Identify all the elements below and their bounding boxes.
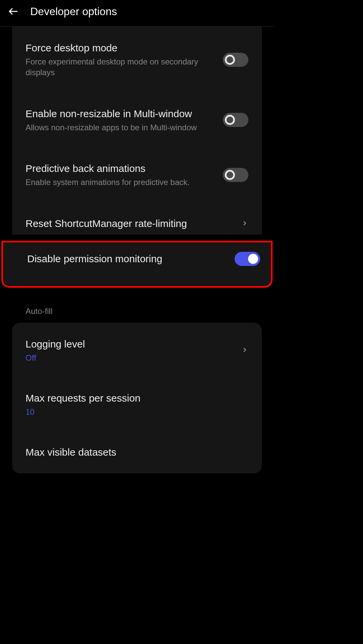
chevron-right-icon <box>241 346 248 354</box>
setting-max-visible-datasets[interactable]: Max visible datasets <box>26 440 248 459</box>
setting-disable-permission-monitoring[interactable]: Disable permission monitoring <box>27 252 260 266</box>
setting-title: Reset ShortcutManager rate-limiting <box>26 217 234 230</box>
setting-text: Force desktop mode Force experimental de… <box>26 41 216 78</box>
header: Developer options <box>0 0 274 26</box>
toggle-non-resizable-multi-window[interactable] <box>223 113 248 127</box>
highlighted-setting: Disable permission monitoring <box>1 241 273 288</box>
setting-text: Max visible datasets <box>26 446 248 459</box>
section-label-autofill: Auto-fill <box>0 307 274 316</box>
setting-text: Predictive back animations Enable system… <box>26 162 216 188</box>
setting-title: Force desktop mode <box>26 41 216 54</box>
settings-group-1: Force desktop mode Force experimental de… <box>12 27 262 235</box>
setting-reset-shortcutmanager[interactable]: Reset ShortcutManager rate-limiting <box>26 211 248 230</box>
arrow-left-icon <box>7 5 19 17</box>
chevron-right-icon <box>241 220 248 227</box>
setting-text: Disable permission monitoring <box>27 252 228 265</box>
setting-text: Reset ShortcutManager rate-limiting <box>26 217 234 230</box>
toggle-disable-permission-monitoring[interactable] <box>235 252 260 266</box>
setting-force-desktop-mode[interactable]: Force desktop mode Force experimental de… <box>26 41 248 84</box>
setting-value: Off <box>26 353 234 363</box>
setting-predictive-back-animations[interactable]: Predictive back animations Enable system… <box>26 156 248 194</box>
settings-group-2: Logging level Off Max requests per sessi… <box>12 323 262 473</box>
setting-title: Predictive back animations <box>26 162 216 175</box>
toggle-force-desktop-mode[interactable] <box>223 53 248 67</box>
setting-non-resizable-multi-window[interactable]: Enable non-resizable in Multi-window All… <box>26 101 248 139</box>
setting-subtitle: Force experimental desktop mode on secon… <box>26 56 216 78</box>
setting-title: Logging level <box>26 337 234 351</box>
setting-subtitle: Enable system animations for predictive … <box>26 177 216 188</box>
setting-title: Max requests per session <box>26 392 248 405</box>
setting-max-requests-per-session[interactable]: Max requests per session 10 <box>26 385 248 423</box>
back-button[interactable] <box>7 5 20 18</box>
setting-title: Enable non-resizable in Multi-window <box>26 107 216 120</box>
setting-title: Max visible datasets <box>26 446 248 459</box>
toggle-predictive-back-animations[interactable] <box>223 168 248 182</box>
setting-subtitle: Allows non-resizable apps to be in Multi… <box>26 122 216 133</box>
setting-text: Logging level Off <box>26 337 234 363</box>
setting-text: Max requests per session 10 <box>26 392 248 417</box>
setting-logging-level[interactable]: Logging level Off <box>26 337 248 369</box>
setting-text: Enable non-resizable in Multi-window All… <box>26 107 216 133</box>
setting-value: 10 <box>26 407 248 417</box>
page-title: Developer options <box>30 5 117 18</box>
setting-title: Disable permission monitoring <box>27 252 228 265</box>
